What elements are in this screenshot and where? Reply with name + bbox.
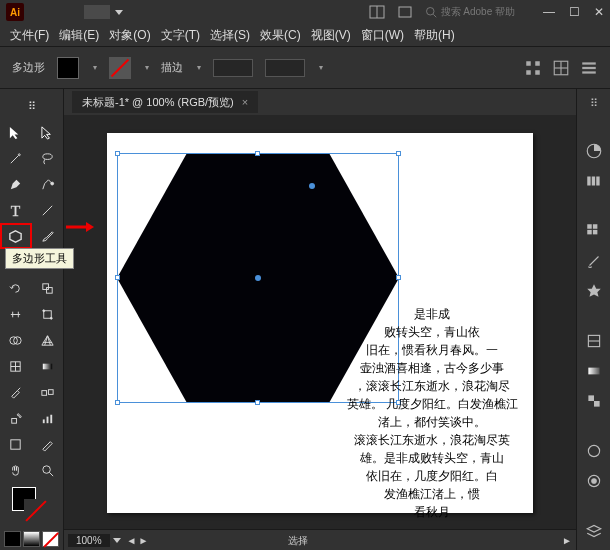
svg-rect-52 bbox=[596, 177, 599, 186]
svg-rect-35 bbox=[12, 418, 17, 423]
svg-marker-20 bbox=[10, 230, 21, 241]
blend-tool[interactable] bbox=[32, 379, 64, 405]
document-tab[interactable]: 未标题-1* @ 100% (RGB/预览) × bbox=[72, 91, 258, 113]
svg-point-42 bbox=[43, 465, 51, 473]
right-panel-dock: ⠿ bbox=[576, 89, 610, 550]
body-text-block[interactable]: 是非成 败转头空，青山依 旧在，惯看秋月春风。一 壶浊酒喜相逢，古今多少事 ，滚… bbox=[332, 305, 532, 521]
canvas[interactable]: 是非成 败转头空，青山依 旧在，惯看秋月春风。一 壶浊酒喜相逢，古今多少事 ，滚… bbox=[64, 115, 576, 529]
svg-rect-5 bbox=[526, 61, 531, 66]
expand-panels-icon[interactable]: ⠿ bbox=[585, 97, 603, 110]
titlebar: Ai 搜索 Adobe 帮助 — ☐ ✕ bbox=[0, 0, 610, 24]
selection-tool[interactable] bbox=[0, 119, 32, 145]
perspective-grid-tool[interactable] bbox=[32, 327, 64, 353]
cloud-doc-icon[interactable] bbox=[397, 4, 413, 20]
magic-wand-tool[interactable] bbox=[0, 145, 32, 171]
artboard-tool[interactable] bbox=[0, 431, 32, 457]
svg-rect-23 bbox=[46, 287, 52, 293]
svg-point-37 bbox=[20, 415, 22, 417]
color-guide-panel-icon[interactable] bbox=[585, 172, 603, 190]
paintbrush-tool[interactable] bbox=[32, 223, 63, 249]
pen-tool[interactable] bbox=[0, 171, 32, 197]
brushes-panel-icon[interactable] bbox=[585, 252, 603, 270]
gradient-tool[interactable] bbox=[32, 353, 64, 379]
brush-profile[interactable] bbox=[265, 59, 305, 77]
svg-point-26 bbox=[50, 317, 52, 319]
svg-point-3 bbox=[426, 8, 434, 16]
app-logo-icon: Ai bbox=[6, 3, 24, 21]
svg-rect-60 bbox=[588, 395, 594, 401]
close-tab-icon[interactable]: × bbox=[242, 96, 248, 108]
svg-rect-6 bbox=[535, 61, 540, 66]
polygon-tool[interactable] bbox=[0, 223, 32, 249]
menu-type[interactable]: 文字(T) bbox=[161, 27, 200, 44]
type-tool[interactable] bbox=[0, 197, 32, 223]
fill-swatch[interactable] bbox=[57, 57, 79, 79]
help-search[interactable]: 搜索 Adobe 帮助 bbox=[425, 5, 515, 19]
swatches-panel-icon[interactable] bbox=[585, 222, 603, 240]
menu-window[interactable]: 窗口(W) bbox=[361, 27, 404, 44]
eyedropper-tool[interactable] bbox=[0, 379, 32, 405]
color-mode-solid[interactable] bbox=[4, 531, 21, 547]
free-transform-tool[interactable] bbox=[32, 301, 64, 327]
workspace-switcher[interactable] bbox=[84, 5, 123, 19]
column-graph-tool[interactable] bbox=[32, 405, 64, 431]
annotation-arrow-icon bbox=[66, 220, 94, 236]
symbol-sprayer-tool[interactable] bbox=[0, 405, 32, 431]
slice-tool[interactable] bbox=[32, 431, 64, 457]
direct-selection-tool[interactable] bbox=[32, 119, 64, 145]
symbols-panel-icon[interactable] bbox=[585, 282, 603, 300]
fill-stroke-indicator[interactable] bbox=[0, 483, 63, 531]
menu-edit[interactable]: 编辑(E) bbox=[59, 27, 99, 44]
menu-view[interactable]: 视图(V) bbox=[311, 27, 351, 44]
menu-help[interactable]: 帮助(H) bbox=[414, 27, 455, 44]
zoom-tool[interactable] bbox=[32, 457, 64, 483]
mesh-tool[interactable] bbox=[0, 353, 32, 379]
transparency-panel-icon[interactable] bbox=[585, 392, 603, 410]
stroke-weight-input[interactable] bbox=[213, 59, 253, 77]
nav-right-icon[interactable]: ► bbox=[138, 535, 148, 546]
svg-rect-13 bbox=[582, 66, 596, 68]
artboard[interactable]: 是非成 败转头空，青山依 旧在，惯看秋月春风。一 壶浊酒喜相逢，古今多少事 ，滚… bbox=[107, 133, 533, 513]
status-more-icon[interactable]: ► bbox=[562, 535, 572, 546]
transform-icon[interactable] bbox=[552, 59, 570, 77]
curvature-tool[interactable] bbox=[32, 171, 64, 197]
color-mode-gradient[interactable] bbox=[23, 531, 40, 547]
shape-builder-tool[interactable] bbox=[0, 327, 32, 353]
gradient-panel-icon[interactable] bbox=[585, 362, 603, 380]
menu-select[interactable]: 选择(S) bbox=[210, 27, 250, 44]
zoom-level[interactable]: 100% bbox=[68, 534, 110, 547]
stroke-panel-icon[interactable] bbox=[585, 332, 603, 350]
stroke-swatch[interactable] bbox=[109, 57, 131, 79]
menu-file[interactable]: 文件(F) bbox=[10, 27, 49, 44]
align-icon[interactable] bbox=[524, 59, 542, 77]
svg-rect-33 bbox=[42, 390, 47, 395]
lasso-tool[interactable] bbox=[32, 145, 64, 171]
nav-left-icon[interactable]: ◄ bbox=[127, 535, 137, 546]
svg-point-62 bbox=[588, 445, 599, 456]
menu-object[interactable]: 对象(O) bbox=[109, 27, 150, 44]
svg-rect-41 bbox=[11, 439, 20, 448]
hand-tool[interactable] bbox=[0, 457, 32, 483]
selected-shape-label: 多边形 bbox=[12, 60, 45, 75]
svg-rect-14 bbox=[582, 71, 596, 73]
graphic-styles-panel-icon[interactable] bbox=[585, 472, 603, 490]
menu-effect[interactable]: 效果(C) bbox=[260, 27, 301, 44]
svg-rect-34 bbox=[48, 389, 53, 394]
search-placeholder: 搜索 Adobe 帮助 bbox=[441, 5, 515, 19]
layers-panel-icon[interactable] bbox=[585, 522, 603, 540]
line-tool[interactable] bbox=[32, 197, 64, 223]
width-tool[interactable] bbox=[0, 301, 32, 327]
maximize-button[interactable]: ☐ bbox=[569, 5, 580, 19]
scale-tool[interactable] bbox=[32, 275, 64, 301]
tool-panel-grip-icon[interactable]: ⠿ bbox=[16, 93, 48, 119]
options-icon[interactable] bbox=[580, 59, 598, 77]
color-mode-none[interactable] bbox=[42, 531, 59, 547]
svg-line-19 bbox=[43, 205, 52, 214]
appearance-panel-icon[interactable] bbox=[585, 442, 603, 460]
color-panel-icon[interactable] bbox=[585, 142, 603, 160]
rotate-tool[interactable] bbox=[0, 275, 32, 301]
svg-rect-7 bbox=[526, 70, 531, 75]
close-button[interactable]: ✕ bbox=[594, 5, 604, 19]
arrange-docs-icon[interactable] bbox=[369, 4, 385, 20]
minimize-button[interactable]: — bbox=[543, 5, 555, 19]
